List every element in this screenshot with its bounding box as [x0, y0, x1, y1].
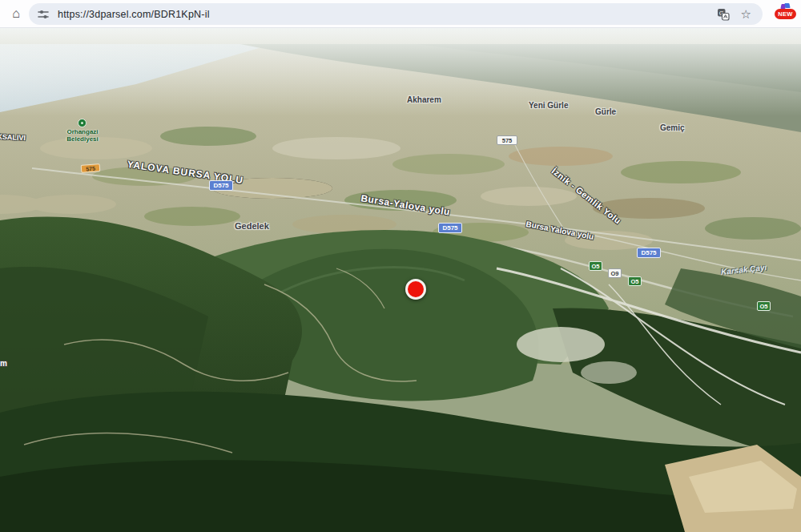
address-bar[interactable]: https://3dparsel.com/BDR1KpN-il G ☆ — [29, 3, 763, 25]
browser-toolbar: ⌂ https://3dparsel.com/BDR1KpN-il G ☆ NE… — [0, 0, 801, 28]
satellite-terrain[interactable] — [0, 28, 801, 532]
translate-icon[interactable]: G — [717, 8, 730, 21]
municipality-poi-icon[interactable] — [78, 119, 87, 127]
motorway-shield-o5-b: O5 — [628, 276, 642, 286]
motorway-shield-o5-c: O5 — [757, 301, 771, 311]
bookmark-star-icon[interactable]: ☆ — [741, 8, 751, 20]
road-shield-o9: O9 — [608, 268, 622, 278]
road-shield-white-575: 575 — [497, 135, 517, 145]
url-text[interactable]: https://3dparsel.com/BDR1KpN-il — [58, 9, 717, 20]
extension-button[interactable]: NEW — [774, 2, 798, 26]
road-shield-provincial-575: 575 — [81, 163, 101, 173]
site-settings-icon[interactable] — [37, 8, 50, 21]
new-badge: NEW — [775, 9, 796, 19]
road-shield-d575-center: D575 — [438, 223, 462, 233]
parcel-location-marker[interactable] — [405, 279, 426, 300]
home-icon[interactable]: ⌂ — [6, 4, 26, 23]
3d-map-viewport[interactable]: TOKSALIVI Orhangazi Belediyesi 575 YALOV… — [0, 28, 801, 532]
motorway-shield-o5-a: O5 — [589, 261, 602, 271]
road-shield-d575-east: D575 — [637, 248, 661, 258]
extension-icon — [781, 3, 791, 9]
road-shield-d575-west: D575 — [209, 180, 233, 191]
